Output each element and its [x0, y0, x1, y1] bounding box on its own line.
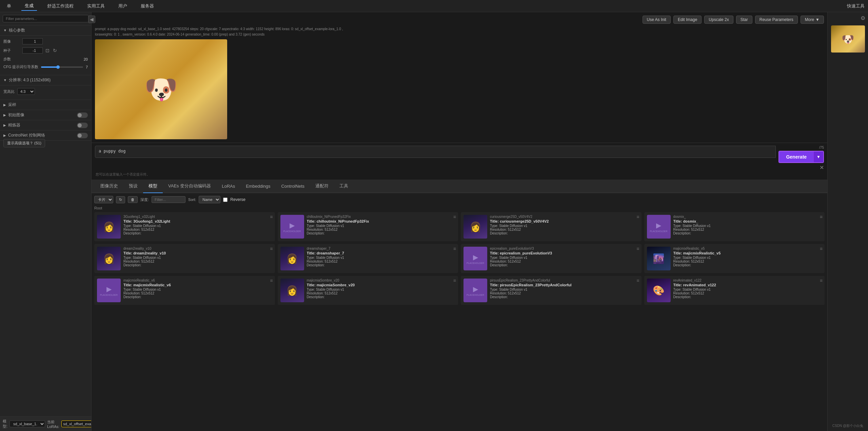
meta-line1: prompt: a puppy dog model: sd_xl_base_1.…	[95, 26, 824, 32]
upscale-button[interactable]: Upscale 2x	[704, 16, 733, 24]
generate-dropdown-btn[interactable]: ▼	[813, 151, 823, 162]
nav-workflow[interactable]: 舒适工作流程	[44, 2, 77, 11]
seed-input[interactable]	[22, 47, 43, 54]
more-button[interactable]: More ▼	[801, 16, 824, 24]
star-button[interactable]: Star	[736, 16, 752, 24]
model-toolbar: 卡片 ↻ 🗑 深度: Sort: Name Date Size Reverse	[94, 196, 825, 203]
model-info-pirsus: pirsusEpicRealism_23PrettyAndColorful Ti…	[490, 279, 639, 299]
seed-copy-btn[interactable]: ⊡	[45, 47, 50, 54]
more-label: More	[805, 17, 814, 22]
model-card-majicmix_sombre[interactable]: 👩 majicmiaSombre_v20 Title: majicmiaSomb…	[278, 276, 458, 305]
model-thumb-majicmix_v6: ▶ PLACEHOLDER	[97, 279, 121, 302]
section-init-image[interactable]: ▶ 初始图像	[0, 110, 91, 120]
model-info-epicrealism: epicrealism_pureEvolutionV3 Title: epicr…	[490, 247, 639, 267]
section-resolution[interactable]: ▼ 分辨率: 4:3 (1152x896)	[0, 75, 91, 85]
filter-input[interactable]	[152, 196, 185, 203]
model-card-dosmix[interactable]: ▶ PLACEHOLDER dosmix_ Title: dosmix_ Typ…	[644, 212, 825, 241]
filter-parameters-input[interactable]	[3, 15, 88, 22]
nav-server[interactable]: 服务器	[137, 2, 157, 11]
tab-history[interactable]: 图像历史	[95, 180, 123, 193]
model-card-3guofeng[interactable]: 👩 3Guofeng1_v32Light Title: 3Guofeng1_v3…	[94, 212, 275, 241]
refresh-btn[interactable]: ↻	[116, 196, 125, 203]
quick-tools[interactable]: 快速工具	[847, 3, 865, 9]
section-sampling[interactable]: ▶ 采样	[0, 100, 91, 110]
steps-row: 步数 20	[3, 57, 88, 62]
sort-select[interactable]: Name Date Size	[199, 196, 220, 203]
controlnet-toggle[interactable]	[77, 133, 88, 138]
right-panel-thumbnail[interactable]: 🐶	[831, 25, 865, 53]
tab-tools[interactable]: 工具	[334, 180, 354, 193]
refiner-toggle[interactable]	[77, 123, 88, 128]
tab-vaes[interactable]: VAEs 变分自动编码器	[163, 180, 216, 193]
init-image-toggle[interactable]	[77, 112, 88, 118]
settings-icon[interactable]: ⚙	[861, 15, 865, 21]
model-card-menu-chilloumix[interactable]: ≡	[453, 214, 456, 220]
model-card-menu-dream2reality[interactable]: ≡	[270, 246, 273, 251]
model-card-menu-epicrealism[interactable]: ≡	[636, 246, 639, 251]
model-card-menu-majicmix_realistic_v5[interactable]: ≡	[820, 246, 823, 251]
nav-tools[interactable]: 实用工具	[84, 2, 108, 11]
sidebar-toggle-btn[interactable]: ◀	[88, 16, 95, 23]
seed-row: 种子 ⊡ ↻	[3, 47, 88, 54]
images-label: 图像	[3, 39, 20, 44]
tab-loras[interactable]: LoRAs	[216, 180, 240, 193]
cfg-slider-thumb[interactable]	[56, 65, 60, 69]
main-generated-image[interactable]: 🐶	[95, 39, 227, 139]
nav-dan[interactable]: 单	[3, 2, 15, 11]
model-desc-pirsus: Description:	[490, 295, 639, 299]
tab-presets[interactable]: 预设	[123, 180, 143, 193]
model-card-pirsus[interactable]: ▶ PLACEHOLDER pirsusEpicRealism_23Pretty…	[461, 276, 642, 305]
lora-input[interactable]	[63, 422, 92, 426]
model-card-menu-dosmix[interactable]: ≡	[820, 214, 823, 220]
section-core-label: 核心参数	[9, 27, 25, 33]
advanced-options-tooltip[interactable]: 显示高级选项？ (S1)	[3, 139, 45, 147]
model-card-epicrealism[interactable]: ▶ PLACEHOLDER epicrealism_pureEvolutionV…	[461, 244, 642, 273]
cfg-value: 7	[86, 65, 88, 69]
generate-button[interactable]: Generate	[779, 151, 813, 162]
model-card-dream2reality[interactable]: 👩 dream2reality_v10 Title: dream2reality…	[94, 244, 275, 273]
model-select[interactable]: sd_xl_base_1.	[9, 420, 45, 427]
model-card-curiousmerge[interactable]: 👩 curiousmerge25D_v50V4V2 Title: curious…	[461, 212, 642, 241]
model-thumb-curiousmerge: 👩	[463, 215, 487, 239]
section-refiner[interactable]: ▶ 精炼器	[0, 120, 91, 130]
delete-btn[interactable]: 🗑	[128, 196, 138, 203]
model-card-menu-3guofeng[interactable]: ≡	[270, 214, 273, 220]
tab-models[interactable]: 模型	[143, 180, 163, 193]
model-info-majicmix_realistic_v5: majicmixRealistic_v5 Title: majicmixReal…	[673, 247, 822, 267]
model-card-menu-pirsus[interactable]: ≡	[636, 278, 639, 283]
view-select[interactable]: 卡片	[94, 196, 113, 203]
more-arrow-icon: ▼	[815, 17, 820, 22]
model-card-menu-curiousmerge[interactable]: ≡	[636, 214, 639, 220]
use-as-init-button[interactable]: Use As Init	[643, 16, 671, 24]
model-type-curiousmerge: Type: Stable Diffusion v1	[490, 224, 639, 228]
tab-controlnets[interactable]: ControlNets	[276, 180, 310, 193]
seed-random-btn[interactable]: ↻	[52, 47, 58, 54]
model-card-dreamshaper[interactable]: 👩 dreamshaper_7 Title: dreamshaper_7 Typ…	[278, 244, 458, 273]
model-card-menu-majicmix_v6[interactable]: ≡	[270, 278, 273, 283]
cfg-slider-track[interactable]	[41, 66, 83, 68]
model-card-majicmix_realistic_v5[interactable]: 🌆 majicmixRealistic_v5 Title: majicmixRe…	[644, 244, 825, 273]
prompt-input[interactable]: a puppy dog	[95, 146, 776, 158]
tab-wildcards[interactable]: 通配符	[310, 180, 334, 193]
model-card-chilloumix[interactable]: ▶ PLACEHOLDER chilloutmix_NiPrunedFp32Fi…	[278, 212, 458, 241]
depth-label: 深度:	[140, 197, 149, 202]
tab-embeddings[interactable]: Embeddings	[240, 180, 276, 193]
model-card-menu-revanimated[interactable]: ≡	[820, 278, 823, 283]
aspect-select[interactable]: 4:3 1:1 16:9 3:4 9:16	[17, 88, 35, 95]
nav-shengcheng[interactable]: 生成	[21, 1, 37, 11]
model-card-majicmix_v6[interactable]: ▶ PLACEHOLDER majicmixRealistic_v6 Title…	[94, 276, 275, 305]
reuse-params-button[interactable]: Reuse Parameters	[755, 16, 798, 24]
model-card-menu-majicmix_sombre[interactable]: ≡	[453, 278, 456, 283]
nav-user[interactable]: 用户	[115, 2, 131, 11]
model-type-majicmix_sombre: Type: Stable Diffusion v1	[307, 288, 456, 291]
model-card-revanimated[interactable]: 🎨 revAnimated_v122 Title: revAnimated_v1…	[644, 276, 825, 305]
model-desc-3guofeng: Description:	[123, 231, 272, 235]
model-card-menu-dreamshaper[interactable]: ≡	[453, 246, 456, 251]
edit-image-button[interactable]: Edit Image	[673, 16, 702, 24]
generate-button-wrap: Generate ▼	[778, 151, 824, 163]
model-info-majicmix_sombre: majicmiaSombre_v20 Title: majicmiaSombre…	[307, 279, 456, 299]
close-prompt-btn[interactable]: ✕	[820, 164, 824, 171]
images-input[interactable]	[22, 38, 43, 44]
reverse-checkbox[interactable]	[223, 198, 228, 202]
section-core-params[interactable]: ▼ 核心参数	[0, 25, 91, 36]
